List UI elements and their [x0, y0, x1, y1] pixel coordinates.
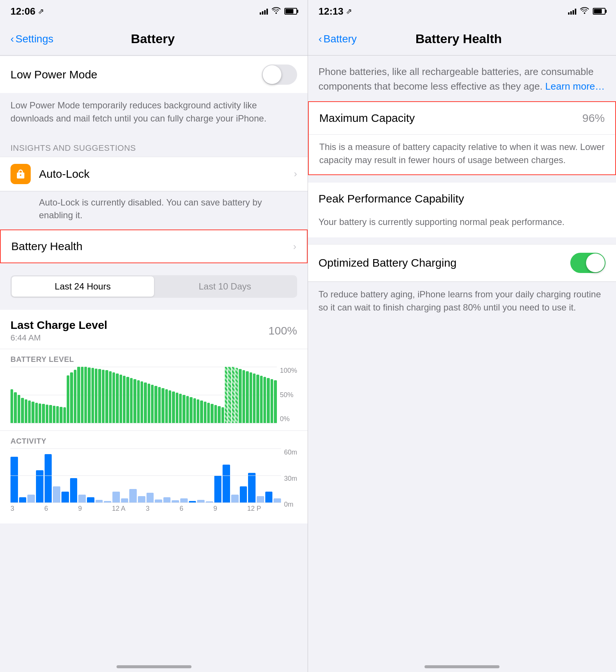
left-status-icons	[260, 7, 297, 16]
battery-bar	[105, 370, 108, 423]
battery-bar	[197, 399, 199, 423]
activity-bar	[19, 497, 27, 502]
wifi-icon	[272, 7, 281, 16]
battery-bar	[39, 404, 41, 423]
auto-lock-section: Auto-Lock ›	[0, 157, 308, 192]
left-time: 12:06 ⇗	[10, 6, 44, 17]
x-axis-label: 3	[10, 505, 14, 513]
max-capacity-row: Maximum Capacity 96%	[309, 102, 615, 135]
optimized-charging-toggle[interactable]	[570, 253, 606, 273]
home-indicator	[117, 665, 191, 668]
battery-bar	[228, 367, 231, 423]
battery-bar	[271, 379, 273, 423]
battery-health-chevron-icon: ›	[293, 241, 296, 252]
activity-bar	[27, 495, 35, 503]
activity-bar	[61, 492, 69, 502]
right-time: 12:13 ⇗	[318, 6, 352, 17]
battery-bar	[42, 404, 45, 423]
time-range-segmented-control[interactable]: Last 24 Hours Last 10 Days	[10, 275, 297, 298]
x-axis-labels: 36912 A36912 P	[10, 505, 281, 516]
activity-bar	[36, 470, 43, 502]
x-axis-label: 12 P	[247, 505, 261, 513]
battery-bar	[161, 388, 164, 423]
battery-icon	[284, 8, 297, 15]
battery-bar	[120, 375, 122, 423]
battery-bar	[116, 374, 118, 423]
auto-lock-row[interactable]: Auto-Lock ›	[0, 157, 308, 191]
battery-bar	[182, 395, 185, 423]
activity-bar	[138, 496, 145, 502]
last-charge-percentage: 100%	[268, 324, 297, 337]
activity-bar	[180, 498, 188, 503]
auto-lock-chevron-icon: ›	[294, 168, 297, 180]
auto-lock-description: Auto-Lock is currently disabled. You can…	[0, 192, 308, 230]
last-10-days-segment[interactable]: Last 10 Days	[154, 276, 296, 297]
battery-bar	[63, 407, 66, 423]
activity-bar	[257, 496, 264, 502]
battery-bar	[67, 375, 69, 423]
x-axis-label: 6	[44, 505, 48, 513]
right-status-icons	[568, 7, 606, 16]
battery-bar	[148, 384, 150, 423]
battery-bar	[28, 400, 31, 423]
last-charge-section: Last Charge Level 6:44 AM 100%	[0, 310, 308, 349]
battery-health-row[interactable]: Battery Health ›	[0, 230, 308, 263]
low-power-mode-toggle[interactable]	[262, 64, 297, 85]
battery-bar	[141, 381, 143, 423]
right-signal-icon	[568, 8, 576, 15]
activity-bar	[45, 454, 52, 503]
last-24-hours-segment[interactable]: Last 24 Hours	[12, 276, 154, 297]
battery-bar	[77, 367, 80, 423]
max-capacity-description: This is a measure of battery capacity re…	[309, 135, 615, 174]
settings-back-button[interactable]: ‹ Settings	[10, 33, 54, 45]
battery-bar	[88, 368, 90, 423]
right-location-icon: ⇗	[346, 7, 352, 16]
battery-bar	[10, 389, 13, 423]
insights-section-header: INSIGHTS AND SUGGESTIONS	[0, 133, 308, 157]
activity-y-labels: 60m 30m 0m	[281, 448, 297, 508]
battery-bar	[137, 380, 140, 423]
battery-bar	[214, 405, 217, 423]
battery-bar	[267, 378, 269, 423]
battery-health-section: Battery Health ›	[0, 230, 308, 263]
learn-more-link[interactable]: Learn more…	[545, 81, 605, 92]
low-power-mode-description: Low Power Mode temporarily reduces backg…	[0, 93, 308, 133]
activity-bar	[223, 465, 230, 502]
battery-bar	[123, 376, 126, 423]
battery-bar	[221, 407, 224, 423]
battery-bar	[190, 397, 192, 423]
battery-bar	[253, 374, 256, 423]
right-home-bar	[308, 650, 616, 672]
activity-bar	[231, 495, 239, 503]
battery-bar	[109, 371, 112, 423]
left-nav-bar: ‹ Settings Battery	[0, 22, 308, 56]
activity-bar	[248, 473, 256, 502]
left-content: Low Power Mode Low Power Mode temporaril…	[0, 56, 308, 650]
low-power-mode-section: Low Power Mode	[0, 56, 308, 93]
optimized-charging-label: Optimized Battery Charging	[318, 256, 457, 269]
battery-bar	[235, 368, 238, 423]
activity-bar	[10, 457, 18, 502]
battery-bar	[207, 403, 210, 423]
activity-bar	[112, 492, 120, 502]
battery-bar	[74, 370, 76, 423]
battery-bar	[25, 399, 27, 423]
battery-bar	[193, 398, 196, 423]
battery-bar	[274, 380, 277, 423]
left-nav-title: Battery	[131, 32, 175, 46]
left-status-bar: 12:06 ⇗	[0, 0, 308, 22]
right-wifi-icon	[580, 7, 589, 16]
battery-bar	[225, 367, 227, 423]
battery-bar	[169, 390, 171, 423]
battery-bar	[98, 369, 101, 423]
battery-back-button[interactable]: ‹ Battery	[318, 33, 357, 45]
peak-performance-section: Peak Performance Capability	[308, 183, 616, 216]
activity-bar	[96, 500, 103, 502]
right-nav-title: Battery Health	[416, 32, 502, 46]
auto-lock-icon	[10, 164, 31, 184]
battery-bar	[112, 372, 115, 423]
activity-bar	[189, 501, 196, 502]
activity-bar	[163, 497, 171, 502]
last-charge-title: Last Charge Level	[10, 319, 107, 332]
activity-bar	[129, 489, 137, 502]
